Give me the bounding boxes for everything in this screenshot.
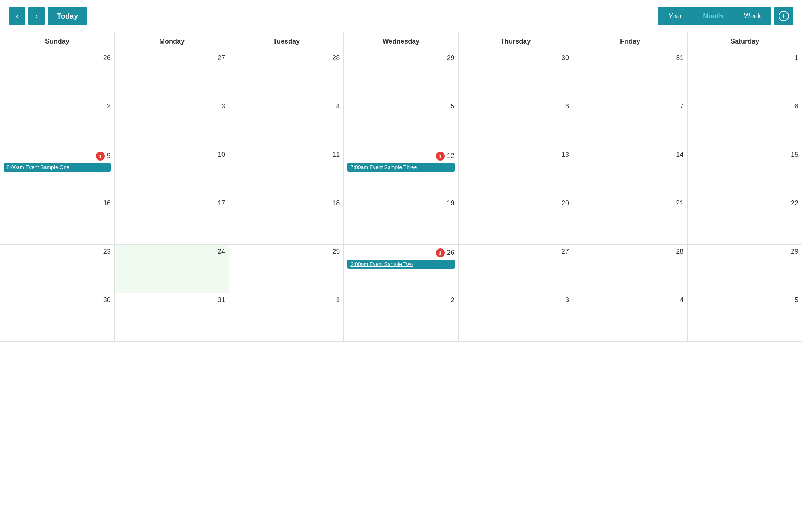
day-num-text: 3 [565, 296, 569, 304]
day-number: 15 [691, 151, 798, 159]
download-icon: ⬇ [779, 11, 789, 21]
week-view-button[interactable]: Week [733, 7, 771, 25]
day-num-text: 13 [562, 151, 569, 159]
download-button[interactable]: ⬇ [774, 7, 793, 25]
day-number: 14 [577, 151, 683, 159]
calendar-day[interactable]: 27 [114, 51, 229, 99]
calendar-day[interactable]: 22 [688, 196, 802, 245]
calendar-day[interactable]: 15 [688, 148, 802, 196]
day-num-text: 16 [103, 199, 111, 207]
calendar-event[interactable]: 2:00pm Event Sample Two [347, 260, 454, 269]
day-num-text: 28 [332, 54, 340, 62]
calendar-day[interactable]: 29 [688, 245, 802, 293]
calendar-day[interactable]: 3 [114, 99, 229, 148]
day-num-text: 31 [218, 296, 225, 304]
day-num-text: 30 [103, 296, 111, 304]
calendar-day[interactable]: 5 [344, 99, 458, 148]
calendar-day[interactable]: 4 [229, 99, 344, 148]
day-number: 25 [233, 248, 340, 256]
day-number: 7 [577, 102, 683, 110]
calendar-day[interactable]: 13 [458, 148, 573, 196]
calendar-week-row: 16171819202122 [0, 196, 802, 245]
day-number: 29 [347, 54, 454, 62]
day-number: 4 [233, 102, 340, 110]
calendar-day[interactable]: 16 [0, 196, 114, 245]
calendar-day[interactable]: 11 [229, 148, 344, 196]
day-number: 1 [233, 296, 340, 304]
calendar-week-row: 198:00am Event Sample One10111127:00am E… [0, 148, 802, 196]
header-thursday: Thursday [458, 32, 573, 51]
header-wednesday: Wednesday [344, 32, 458, 51]
day-num-text: 24 [218, 248, 225, 256]
day-num-text: 12 [447, 152, 455, 160]
nav-controls: ‹ › Today [9, 7, 87, 25]
day-num-text: 2 [107, 102, 111, 110]
calendar-event[interactable]: 8:00am Event Sample One [4, 163, 111, 172]
day-number: 5 [691, 296, 798, 304]
calendar-day[interactable]: 1 [229, 293, 344, 342]
header-tuesday: Tuesday [229, 32, 344, 51]
calendar-day[interactable]: 28 [229, 51, 344, 99]
day-number: 3 [119, 102, 225, 110]
calendar-day[interactable]: 24 [114, 245, 229, 293]
day-num-text: 8 [795, 102, 798, 110]
day-num-text: 4 [336, 102, 340, 110]
calendar-day[interactable]: 7 [573, 99, 687, 148]
day-num-text: 27 [218, 54, 225, 62]
calendar-week-row: 2627282930311 [0, 51, 802, 99]
calendar-day[interactable]: 31 [114, 293, 229, 342]
day-number: 13 [462, 151, 569, 159]
day-number: 4 [577, 296, 683, 304]
calendar-event[interactable]: 7:00am Event Sample Three [347, 163, 454, 172]
day-number: 27 [119, 54, 225, 62]
header-sunday: Sunday [0, 32, 114, 51]
calendar-day[interactable]: 19 [344, 196, 458, 245]
day-num-text: 20 [562, 199, 569, 207]
calendar-day[interactable]: 26 [0, 51, 114, 99]
day-num-text: 19 [447, 199, 455, 207]
calendar-day[interactable]: 28 [573, 245, 687, 293]
day-num-text: 17 [218, 199, 225, 207]
next-button[interactable]: › [28, 7, 45, 25]
calendar-day[interactable]: 2 [0, 99, 114, 148]
calendar-day[interactable]: 21 [573, 196, 687, 245]
day-num-text: 29 [447, 54, 455, 62]
calendar-day[interactable]: 25 [229, 245, 344, 293]
day-number: 112 [347, 151, 454, 161]
calendar-day[interactable]: 1127:00am Event Sample Three [344, 148, 458, 196]
calendar-day[interactable]: 2 [344, 293, 458, 342]
calendar-day[interactable]: 18 [229, 196, 344, 245]
calendar-day[interactable]: 29 [344, 51, 458, 99]
day-number: 1 [691, 54, 798, 62]
day-num-text: 1 [795, 54, 798, 62]
day-num-text: 2 [451, 296, 455, 304]
calendar-day[interactable]: 5 [688, 293, 802, 342]
calendar-day[interactable]: 10 [114, 148, 229, 196]
calendar-week-row: 303112345 [0, 293, 802, 342]
today-button[interactable]: Today [48, 7, 87, 25]
calendar-day[interactable]: 3 [458, 293, 573, 342]
calendar-day[interactable]: 6 [458, 99, 573, 148]
day-number: 19 [4, 151, 111, 161]
calendar-day[interactable]: 8 [688, 99, 802, 148]
header-saturday: Saturday [688, 32, 802, 51]
calendar-day[interactable]: 198:00am Event Sample One [0, 148, 114, 196]
calendar-day[interactable]: 27 [458, 245, 573, 293]
calendar-day[interactable]: 14 [573, 148, 687, 196]
calendar-day[interactable]: 17 [114, 196, 229, 245]
day-number: 2 [4, 102, 111, 110]
year-view-button[interactable]: Year [658, 7, 692, 25]
calendar-day[interactable]: 30 [0, 293, 114, 342]
month-view-button[interactable]: Month [692, 7, 733, 25]
calendar-day[interactable]: 1 [688, 51, 802, 99]
day-num-text: 4 [680, 296, 683, 304]
calendar-day[interactable]: 4 [573, 293, 687, 342]
calendar-day[interactable]: 31 [573, 51, 687, 99]
calendar-day[interactable]: 23 [0, 245, 114, 293]
calendar-day[interactable]: 1262:00pm Event Sample Two [344, 245, 458, 293]
calendar-day[interactable]: 30 [458, 51, 573, 99]
calendar-day[interactable]: 20 [458, 196, 573, 245]
day-num-text: 28 [676, 248, 683, 256]
prev-button[interactable]: ‹ [9, 7, 25, 25]
day-num-text: 27 [562, 248, 569, 256]
